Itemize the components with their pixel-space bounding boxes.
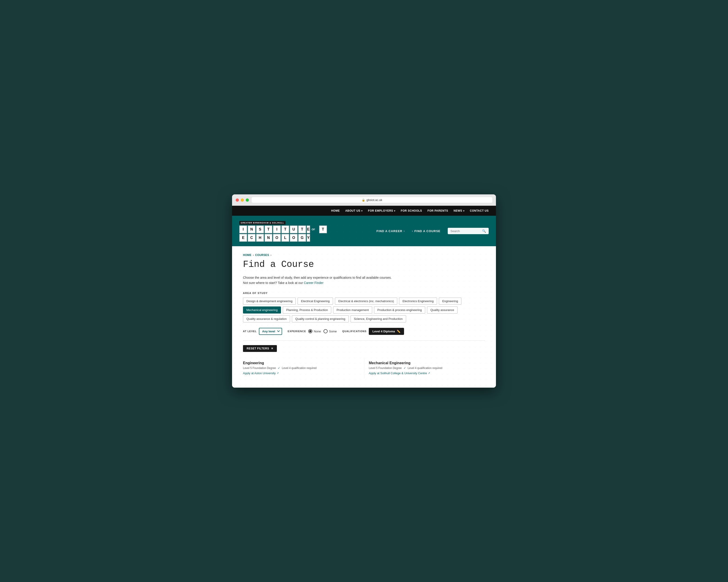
external-link-icon: ↗ — [277, 372, 279, 375]
radio-none[interactable] — [308, 329, 312, 333]
intro-line2: Not sure where to start? Take a look at … — [243, 280, 485, 285]
area-of-study-label: AREA OF STUDY — [243, 292, 485, 295]
tag-quality-control-planning[interactable]: Quality control & planning engineering — [292, 315, 349, 322]
check-icon: ✓ — [404, 366, 406, 370]
result-link-aston[interactable]: Apply at Aston University ↗ — [243, 371, 360, 375]
arrow-icon: › — [412, 230, 413, 232]
experience-none-label: None — [314, 330, 321, 333]
url-text: gbsiot.ac.uk — [366, 198, 382, 202]
tag-production-process-engineering[interactable]: Production & process engineering — [374, 306, 425, 313]
level-filter-group: AT LEVEL Any level Level 3 Level 4 Level… — [243, 328, 282, 335]
logo-letter-i2: I — [273, 225, 281, 233]
tag-quality-assurance[interactable]: Quality assurance — [427, 306, 458, 313]
result-link-label-aston: Apply at Aston University — [243, 371, 276, 375]
result-level-mechanical: Level 5 Foundation Degree — [369, 366, 402, 370]
breadcrumb-separator: › — [253, 253, 254, 257]
experience-some-label: Some — [329, 330, 337, 333]
address-bar[interactable]: 🔒 gbsiot.ac.uk — [252, 197, 492, 203]
nav-about-us[interactable]: ABOUT US ▾ — [345, 209, 362, 212]
experience-radio-group: None Some — [308, 329, 337, 333]
logo-letter-o2: O — [290, 234, 297, 242]
results-grid: Engineering Level 5 Foundation Degree ✓ … — [243, 357, 485, 379]
nav-for-employers[interactable]: FOR EMPLOYERS ▾ — [368, 209, 395, 212]
tag-production-management[interactable]: Production management — [333, 306, 372, 313]
reset-filters-button[interactable]: RESET FILTERS ✕ — [243, 345, 277, 352]
experience-filter-group: EXPERIENCE None Some — [288, 329, 337, 333]
maximize-button[interactable] — [246, 198, 249, 202]
result-level-engineering: Level 5 Foundation Degree — [243, 366, 276, 370]
logo-letter-t3: T — [298, 225, 306, 233]
search-icon[interactable]: 🔍 — [482, 229, 486, 233]
logo-subtitle: GREATER BIRMINGHAM & SOLIHULL — [239, 221, 286, 225]
result-card-engineering: Engineering Level 5 Foundation Degree ✓ … — [243, 357, 364, 379]
edit-icon: ✏️ — [397, 330, 400, 333]
close-button[interactable] — [236, 198, 239, 202]
nav-for-schools[interactable]: FOR SCHOOLS — [401, 209, 422, 212]
tag-mechanical-engineering[interactable]: Mechanical engineering — [243, 306, 281, 313]
minimize-button[interactable] — [241, 198, 244, 202]
tag-quality-assurance-regulation[interactable]: Quality assurance & regulation — [243, 315, 290, 322]
logo-letter-t2: T — [281, 225, 289, 233]
find-career-link[interactable]: FIND A CAREER › — [376, 229, 405, 233]
logo-letter-h: H — [256, 234, 264, 242]
result-title-engineering: Engineering — [243, 361, 360, 365]
qualifications-button[interactable]: Level 4 Diploma ✏️ — [369, 328, 404, 335]
find-course-link[interactable]: › FIND A COURSE — [412, 229, 440, 233]
search-input[interactable] — [450, 229, 480, 233]
qualifications-value: Level 4 Diploma — [372, 330, 395, 333]
browser-window: 🔒 gbsiot.ac.uk HOME ABOUT US ▾ FOR EMPLO… — [232, 194, 496, 388]
filters-row: AT LEVEL Any level Level 3 Level 4 Level… — [243, 328, 485, 335]
result-link-label-solihull: Apply at Solihull College & University C… — [369, 371, 427, 375]
experience-some-option[interactable]: Some — [323, 329, 337, 333]
breadcrumb-separator: › — [270, 253, 271, 257]
experience-none-option[interactable]: None — [308, 329, 321, 333]
site-header: GREATER BIRMINGHAM & SOLIHULL I N S T I … — [232, 216, 496, 246]
logo-letter-n: N — [265, 234, 272, 242]
search-bar[interactable]: 🔍 — [448, 228, 489, 234]
qualifications-label: QUALIFICATIONS — [342, 330, 366, 333]
logo-grid: I N S T I T U T E OF T E C H N O L O G — [239, 225, 327, 242]
experience-label: EXPERIENCE — [288, 330, 306, 333]
logo-letter-n: N — [248, 225, 256, 233]
tag-design-development[interactable]: Design & development engineering — [243, 298, 296, 305]
intro-text: Choose the area and level of study, then… — [243, 275, 485, 285]
nav-contact-us[interactable]: CONTACT US — [470, 209, 489, 212]
result-title-mechanical: Mechanical Engineering — [369, 361, 480, 365]
logo-letter-g: G — [298, 234, 306, 242]
logo-letter-u: U — [290, 225, 297, 233]
main-content: HOME › COURSES › Find a Course Choose th… — [232, 246, 496, 388]
tag-science-engineering-production[interactable]: Science, Engineering and Production — [350, 315, 406, 322]
header-navigation: FIND A CAREER › › FIND A COURSE 🔍 — [376, 228, 489, 234]
nav-home[interactable]: HOME — [331, 209, 340, 212]
top-navigation: HOME ABOUT US ▾ FOR EMPLOYERS ▾ FOR SCHO… — [232, 206, 496, 216]
traffic-lights — [236, 198, 249, 202]
dropdown-arrow: ▾ — [361, 210, 363, 212]
lock-icon: 🔒 — [362, 198, 365, 202]
tag-engineering[interactable]: Engineering — [439, 298, 461, 305]
logo-letter-c: C — [248, 234, 256, 242]
nav-for-parents[interactable]: FOR PARENTS — [427, 209, 448, 212]
reset-label: RESET FILTERS — [246, 347, 269, 350]
logo-letter-t: T — [265, 225, 272, 233]
tag-electrical-engineering[interactable]: Electrical Engineering — [297, 298, 333, 305]
logo-of: OF — [311, 225, 318, 233]
tag-planning-process-production[interactable]: Planning, Process & Production — [283, 306, 331, 313]
intro-line1: Choose the area and level of study, then… — [243, 275, 485, 280]
logo-letter-y: Y — [307, 234, 310, 242]
tag-electrical-electronics[interactable]: Electrical & electronics (inc. mechatron… — [335, 298, 397, 305]
radio-some[interactable] — [323, 329, 328, 333]
career-finder-link[interactable]: Career Finder — [304, 281, 323, 285]
breadcrumb-home[interactable]: HOME — [243, 253, 251, 257]
result-link-solihull[interactable]: Apply at Solihull College & University C… — [369, 371, 480, 375]
breadcrumb-courses[interactable]: COURSES — [255, 253, 269, 257]
level-label: AT LEVEL — [243, 330, 257, 333]
check-icon: ✓ — [278, 366, 280, 370]
qualifications-filter-group: QUALIFICATIONS Level 4 Diploma ✏️ — [342, 328, 404, 335]
logo-letter-s: S — [256, 225, 264, 233]
tag-electronics-engineering[interactable]: Electronics Engineering — [399, 298, 437, 305]
arrow-icon: › — [404, 230, 405, 232]
result-card-mechanical: Mechanical Engineering Level 5 Foundatio… — [364, 357, 485, 379]
result-meta-mechanical: Level 5 Foundation Degree ✓ Level 4 qual… — [369, 366, 480, 370]
nav-news[interactable]: NEWS ▾ — [453, 209, 465, 212]
level-select[interactable]: Any level Level 3 Level 4 Level 5 Level … — [259, 328, 282, 335]
